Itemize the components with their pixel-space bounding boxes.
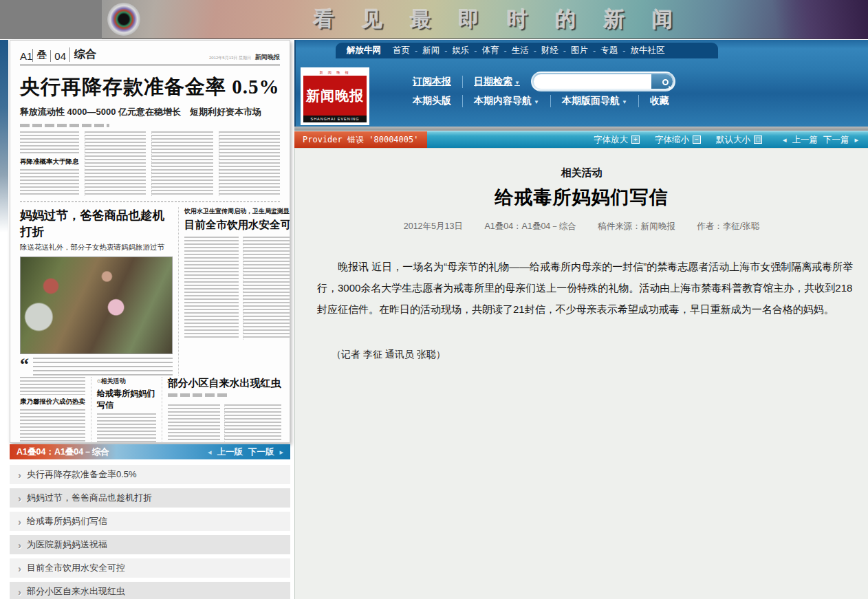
page-section: 综合	[69, 47, 96, 62]
list-item-label: 央行再降存款准备金率0.5%	[27, 468, 137, 481]
article-credit: （记者 李征 通讯员 张聪）	[317, 349, 856, 361]
menu-divider	[638, 95, 639, 107]
reader-toolbar: Provider 错误 '80004005' 字体放大 + 字体缩小 − 默认大…	[294, 131, 868, 148]
story3-block: 饮用水卫生宣传周启动，卫生局监测显示 目前全市饮用水安全可控	[178, 207, 290, 375]
menu-divider	[462, 95, 463, 107]
text-column	[151, 131, 213, 196]
list-item[interactable]: › 妈妈过节，爸爸商品也趁机打折	[10, 488, 290, 508]
newspaper-page-image[interactable]: A1 叠 04 综合 2012年5月13日 星期日 新闻晚报 央行再降存款准备金…	[10, 40, 290, 443]
newspaper-lower-section: 康乃馨报价六成仍热卖 爸爸商品趁机打折 ○相关活动 给戒毒所妈妈们写信 为医院新…	[20, 377, 280, 443]
menu-divider	[462, 76, 463, 88]
font-zoom-out-button[interactable]: 字体缩小 −	[655, 134, 701, 146]
chevron-icon: ›	[18, 563, 21, 574]
text-column	[184, 237, 239, 340]
newspaper-dateline: 2012年5月13日 星期日	[209, 55, 251, 61]
byline-placeholder	[20, 124, 109, 127]
nav-item-finance[interactable]: 财经	[541, 45, 558, 56]
content-nav-label: 本期内容导航	[474, 95, 532, 106]
search-icon	[662, 79, 669, 85]
lead-headline: 央行再降存款准备金率 0.5%	[20, 74, 280, 101]
text-block	[97, 413, 156, 443]
newspaper-logo[interactable]: 新 闻 晚 报 新闻晚报 SHANGHAI EVENING POST	[301, 67, 369, 125]
chevron-icon: ›	[18, 516, 21, 527]
story6-headline: 部分小区自来水出现红虫	[168, 377, 281, 390]
search-input[interactable]	[534, 74, 651, 89]
article-date: 2012年5月13日	[404, 221, 463, 231]
list-item-label: 为医院新妈妈送祝福	[27, 538, 107, 551]
plus-icon: +	[631, 135, 640, 144]
list-item-label: 给戒毒所妈妈们写信	[27, 515, 107, 527]
prev-page-link[interactable]: 上一版	[217, 446, 243, 458]
logo-tick-text: 新 闻 晚 报	[303, 70, 367, 76]
subscribe-link[interactable]: 订阅本报	[413, 76, 451, 88]
nav-item-news[interactable]: 新闻	[422, 45, 440, 56]
list-item[interactable]: › 央行再降存款准备金率0.5%	[10, 465, 290, 484]
list-item[interactable]: › 为医院新妈妈送祝福	[10, 535, 290, 554]
lead-text-columns: 再降准概率大于降息	[20, 131, 280, 196]
layout-nav-link[interactable]: 本期版面导航▼	[562, 95, 627, 107]
newspaper-brand: 新闻晚报	[255, 53, 280, 62]
next-page-link[interactable]: 下一版	[248, 446, 274, 458]
search-button[interactable]	[651, 74, 673, 89]
content-nav-link[interactable]: 本期内容导航▼	[474, 95, 539, 107]
masthead-menu-row2: 本期头版 本期内容导航▼ 本期版面导航▼ 收藏	[413, 95, 669, 107]
nav-separator: -	[474, 46, 477, 56]
text-block	[20, 377, 85, 395]
next-article-arrow-icon: ▸	[854, 135, 858, 144]
nav-item-sports[interactable]: 体育	[482, 45, 499, 56]
nav-separator: -	[563, 46, 566, 56]
next-article-link[interactable]: 下一篇	[823, 134, 849, 146]
list-item-label: 部分小区自来水出现红虫	[27, 585, 125, 598]
date-search-link[interactable]: 日期检索▼	[474, 76, 520, 88]
eye-image	[107, 3, 140, 36]
top-nav-bar: 解放牛网 首页- 新闻- 娱乐- 体育- 生活- 财经- 图片- 专题- 放牛社…	[336, 43, 718, 58]
network-brand[interactable]: 解放牛网	[347, 45, 381, 56]
logo-title: 新闻晚报	[303, 76, 367, 116]
story4-story5-block: ○相关活动 给戒毒所妈妈们写信 为医院新妈妈送祝福 子女请妈妈旅游过节	[91, 377, 156, 443]
page-navigation-bar: A1叠04：A1叠04－综合 ◂ 上一版 下一版 ▸	[10, 444, 290, 459]
favorite-link[interactable]: 收藏	[650, 95, 669, 107]
page-die: 叠	[32, 49, 50, 62]
minus-icon: −	[693, 135, 701, 144]
nav-item-life[interactable]: 生活	[512, 45, 529, 56]
nav-item-community[interactable]: 放牛社区	[630, 45, 664, 56]
article-body: 晚报讯 近日，一场名为“母亲节的礼物——给戒毒所内母亲的一封信”的禁毒志愿者活动…	[317, 256, 856, 320]
article-reader: 相关活动 给戒毒所妈妈们写信 2012年5月13日 A1叠04：A1叠04－综合…	[294, 148, 868, 599]
nav-item-home[interactable]: 首页	[393, 45, 410, 56]
list-item[interactable]: › 目前全市饮用水安全可控	[10, 558, 290, 578]
list-item-label: 目前全市饮用水安全可控	[27, 562, 125, 574]
text-block	[20, 409, 85, 443]
nav-item-entertainment[interactable]: 娱乐	[452, 45, 469, 56]
chevron-icon: ›	[18, 539, 21, 551]
nav-item-topics[interactable]: 专题	[600, 45, 618, 56]
text-column	[85, 131, 147, 196]
text-column	[243, 237, 290, 340]
dropdown-icon: ▼	[514, 80, 520, 86]
prev-article-link[interactable]: 上一篇	[792, 134, 818, 146]
provider-error-message: Provider 错误 '80004005'	[294, 131, 427, 148]
site-banner: 看 见 最 即 时 的 新 闻	[102, 0, 868, 39]
banner-decoration	[737, 0, 868, 39]
front-page-link[interactable]: 本期头版	[413, 95, 451, 107]
chevron-icon: ›	[18, 586, 21, 598]
text-column	[168, 404, 220, 443]
next-page-arrow-icon: ▸	[279, 448, 283, 457]
font-zoom-out-label: 字体缩小	[655, 134, 689, 146]
byline-placeholder	[168, 393, 230, 397]
font-zoom-in-button[interactable]: 字体放大 +	[594, 134, 640, 146]
box-icon: □	[754, 135, 762, 144]
page-code: A1	[20, 50, 32, 62]
photo-caption: “	[20, 358, 173, 375]
nav-separator: -	[593, 46, 596, 56]
nav-item-pictures[interactable]: 图片	[571, 45, 588, 56]
font-default-button[interactable]: 默认大小 □	[716, 134, 762, 146]
flower-market-photo	[20, 257, 173, 354]
date-search-label: 日期检索	[474, 76, 512, 87]
article-kicker: 相关活动	[295, 149, 868, 179]
story6-story7-block: 部分小区自来水出现红虫 浦东河道现 1 米多长鳄鱼	[162, 377, 281, 443]
list-item[interactable]: › 部分小区自来水出现红虫	[10, 582, 290, 599]
dropdown-icon: ▼	[534, 99, 539, 105]
chevron-icon: ›	[18, 492, 21, 504]
list-item[interactable]: › 给戒毒所妈妈们写信	[10, 512, 290, 531]
story4-headline: 给戒毒所妈妈们写信	[97, 388, 156, 411]
